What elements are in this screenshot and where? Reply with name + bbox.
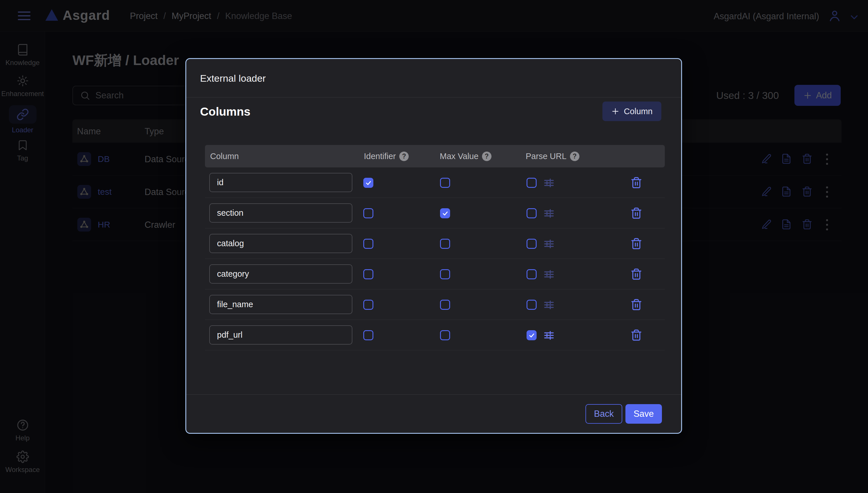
delete-row-icon[interactable] — [630, 207, 642, 219]
columns-rows — [205, 167, 665, 350]
column-row — [205, 167, 665, 198]
parse-settings-icon[interactable] — [543, 299, 555, 311]
parse-url-checkbox[interactable] — [527, 239, 536, 249]
parse-url-checkbox[interactable] — [527, 208, 536, 218]
plus-icon — [611, 107, 619, 115]
add-column-button[interactable]: Column — [602, 102, 661, 121]
delete-row-icon[interactable] — [630, 238, 642, 250]
identifier-checkbox[interactable] — [363, 300, 373, 310]
max-value-checkbox[interactable] — [440, 208, 450, 218]
column-name-input[interactable] — [209, 264, 352, 284]
column-name-input[interactable] — [209, 325, 352, 345]
delete-row-icon[interactable] — [630, 177, 642, 189]
external-loader-modal: External loader Columns Column Column Id… — [185, 58, 682, 434]
column-row — [205, 320, 665, 350]
parse-settings-icon[interactable] — [543, 177, 555, 189]
parse-url-checkbox[interactable] — [527, 269, 536, 279]
column-row — [205, 228, 665, 259]
column-name-input[interactable] — [209, 173, 352, 192]
identifier-header: Identifier ? — [364, 145, 409, 167]
max-value-checkbox[interactable] — [440, 269, 450, 279]
delete-row-icon[interactable] — [630, 299, 642, 310]
identifier-checkbox[interactable] — [363, 269, 373, 279]
columns-section-title: Columns — [200, 105, 250, 119]
help-badge-icon[interactable]: ? — [570, 152, 579, 161]
identifier-checkbox[interactable] — [363, 239, 373, 249]
modal-title: External loader — [200, 73, 266, 84]
parse-settings-icon[interactable] — [543, 207, 555, 219]
column-name-input[interactable] — [209, 203, 352, 222]
max-value-checkbox[interactable] — [440, 300, 450, 310]
back-button[interactable]: Back — [586, 404, 622, 424]
parse-url-checkbox[interactable] — [527, 178, 536, 188]
parse-settings-icon[interactable] — [543, 269, 555, 280]
column-row — [205, 259, 665, 290]
column-name-input[interactable] — [209, 234, 352, 253]
max-value-checkbox[interactable] — [440, 178, 450, 188]
parse-url-header: Parse URL ? — [526, 145, 579, 167]
delete-row-icon[interactable] — [630, 268, 642, 280]
columns-table-header: Column Identifier ? Max Value ? Parse UR… — [205, 145, 665, 167]
parse-settings-icon[interactable] — [543, 329, 555, 341]
column-row — [205, 290, 665, 320]
max-value-header: Max Value ? — [440, 145, 492, 167]
parse-settings-icon[interactable] — [543, 238, 555, 250]
column-header: Column — [210, 145, 239, 167]
save-button[interactable]: Save — [625, 404, 662, 424]
identifier-checkbox[interactable] — [363, 330, 373, 340]
parse-url-checkbox[interactable] — [527, 330, 536, 340]
parse-url-checkbox[interactable] — [527, 300, 536, 310]
max-value-checkbox[interactable] — [440, 330, 450, 340]
modal-header: External loader — [186, 59, 681, 98]
help-badge-icon[interactable]: ? — [399, 152, 409, 161]
identifier-checkbox[interactable] — [363, 178, 373, 188]
identifier-checkbox[interactable] — [363, 208, 373, 218]
max-value-checkbox[interactable] — [440, 239, 450, 249]
column-row — [205, 198, 665, 228]
help-badge-icon[interactable]: ? — [482, 152, 492, 161]
delete-row-icon[interactable] — [630, 329, 642, 341]
column-name-input[interactable] — [209, 295, 352, 314]
